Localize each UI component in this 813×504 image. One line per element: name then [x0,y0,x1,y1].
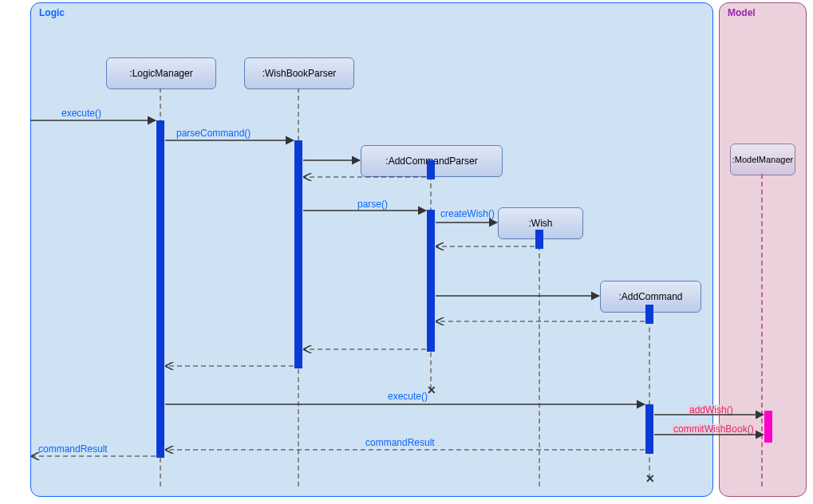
msg-addwish: addWish() [688,404,735,415]
msg-commitwishbook: commitWishBook() [672,423,756,435]
lifeline-label: :ModelManager [732,155,793,164]
destroy-icon: ✕ [427,384,436,396]
lifeline-line [761,174,763,486]
activation-bar [427,210,435,352]
lifeline-label: :LogicManager [129,68,192,79]
activation-bar [535,230,543,249]
lifeline-logicmanager: :LogicManager [106,57,216,89]
lifeline-label: :AddCommand [618,291,682,302]
activation-bar [427,160,435,179]
activation-bar [764,411,772,443]
lifeline-modelmanager: :ModelManager [730,144,795,175]
lifeline-wishbookparser: :WishBookParser [244,57,354,89]
activation-bar [645,305,653,324]
frame-model-title: Model [728,7,756,18]
msg-commandresult2: commandResult [37,443,109,455]
msg-parsecommand: parseCommand() [175,128,252,139]
destroy-icon: ✕ [645,472,655,485]
lifeline-label: :Wish [529,218,553,229]
activation-bar [294,140,302,368]
lifeline-label: :WishBookParser [262,68,337,79]
msg-execute: execute() [60,108,103,119]
msg-parse: parse() [356,199,389,210]
activation-bar [645,404,653,454]
frame-logic-title: Logic [39,7,65,18]
msg-createwish: createWish() [439,208,496,219]
msg-execute2: execute() [386,391,429,402]
frame-model: Model [719,2,807,497]
lifeline-line [539,238,540,486]
msg-commandresult: commandResult [364,437,436,448]
diagram-canvas: Logic Model :LogicManager :WishBookParse… [0,0,813,504]
activation-bar [156,120,164,458]
